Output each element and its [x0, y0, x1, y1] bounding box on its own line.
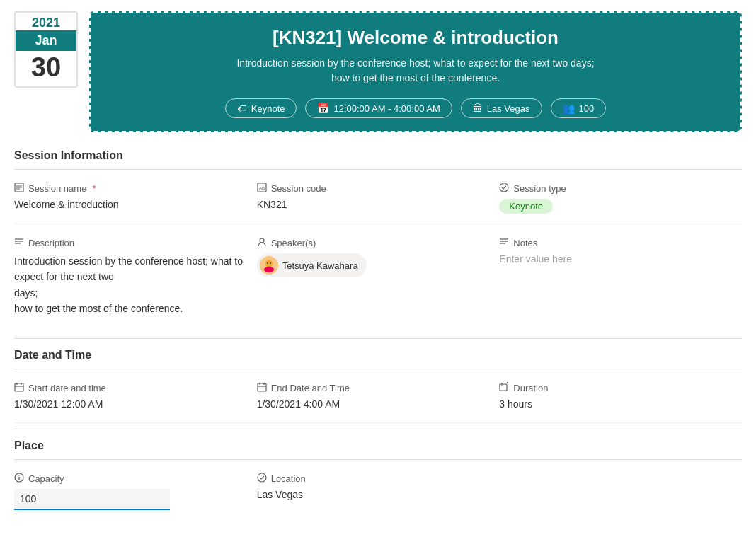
start-date-value: 1/30/2021 12:00 AM	[14, 398, 248, 410]
banner-subtitle-line2: how to get the most of the conference.	[331, 72, 500, 83]
notes-icon	[499, 237, 509, 249]
location-check-icon	[257, 473, 267, 485]
start-date-field: Start date and time 1/30/2021 12:00 AM	[14, 378, 257, 414]
capacity-input[interactable]	[14, 489, 170, 510]
session-type-icon	[499, 183, 509, 195]
capacity-label-row: Capacity	[14, 473, 248, 485]
svg-rect-23	[258, 383, 266, 391]
banner-subtitle: Introduction session by the conference h…	[112, 56, 719, 86]
end-date-label-text: End Date and Time	[271, 383, 350, 393]
capacity-info-icon	[14, 473, 24, 485]
session-type-field: Session type Keynote	[499, 178, 742, 218]
session-code-label-text: Session code	[271, 183, 326, 194]
end-date-icon	[257, 382, 267, 394]
svg-rect-19	[15, 383, 23, 391]
capacity-field: Capacity	[14, 468, 257, 514]
session-type-value: Keynote	[499, 199, 733, 214]
location-icon: 🏛	[473, 103, 483, 114]
speakers-icon	[257, 237, 267, 249]
duration-label-row: Duration	[499, 382, 733, 394]
speakers-field: Speaker(s) Tetsuya Kawahara	[257, 233, 500, 321]
keynote-badge: Keynote	[499, 199, 553, 214]
session-code-value: KN321	[257, 199, 491, 210]
location-field: Location Las Vegas	[257, 468, 500, 514]
svg-point-14	[270, 262, 271, 264]
start-date-label-text: Start date and time	[28, 383, 106, 393]
banner-subtitle-line1: Introduction session by the conference h…	[236, 57, 594, 69]
session-name-label-text: Session name	[28, 183, 86, 194]
svg-point-10	[260, 238, 264, 243]
session-code-icon: AB	[257, 183, 267, 195]
svg-point-6	[500, 183, 508, 192]
start-date-icon	[14, 382, 24, 394]
svg-text:AB: AB	[259, 186, 265, 190]
banner-pill-time: 📅 12:00:00 AM - 4:00:00 AM	[305, 98, 452, 118]
end-date-field: End Date and Time 1/30/2021 4:00 AM	[257, 378, 500, 414]
session-info-fields-row2: Description Introduction session by the …	[14, 224, 742, 333]
date-time-section: Date and Time Start date and time 1/30/2…	[0, 339, 756, 429]
banner-pill-time-label: 12:00:00 AM - 4:00:00 AM	[333, 103, 440, 114]
session-name-field: Session name * Welcome & introduction	[14, 178, 257, 218]
session-code-field: AB Session code KN321	[257, 178, 500, 218]
banner-pill-type: 🏷 Keynote	[225, 98, 297, 118]
session-name-value: Welcome & introduction	[14, 199, 248, 210]
capacity-label-text: Capacity	[28, 473, 64, 484]
description-field: Description Introduction session by the …	[14, 233, 257, 321]
session-info-title: Session Information	[14, 149, 742, 170]
svg-point-13	[267, 262, 268, 264]
session-info-fields: Session name * Welcome & introduction AB…	[14, 170, 742, 224]
svg-point-33	[258, 473, 266, 482]
people-icon: 👥	[563, 103, 575, 114]
notes-label-row: Notes	[499, 237, 733, 249]
banner-pill-location-label: Las Vegas	[487, 103, 530, 114]
location-label-row: Location	[257, 473, 491, 485]
description-label-row: Description	[14, 237, 248, 249]
svg-point-32	[18, 475, 20, 476]
session-name-label-row: Session name *	[14, 183, 248, 195]
svg-point-15	[264, 267, 274, 272]
clock-icon: 📅	[317, 103, 329, 114]
session-type-label-text: Session type	[513, 183, 566, 194]
calendar-badge: 2021 Jan 30	[14, 11, 78, 88]
description-icon	[14, 237, 24, 249]
top-area: 2021 Jan 30 [KN321] Welcome & introducti…	[0, 0, 756, 139]
capacity-input-wrap	[14, 489, 248, 510]
speaker-avatar	[260, 256, 278, 275]
speaker-chip: Tetsuya Kawahara	[257, 253, 367, 277]
session-code-label-row: AB Session code	[257, 183, 491, 195]
speakers-value: Tetsuya Kawahara	[257, 253, 491, 277]
calendar-day: 30	[20, 51, 72, 86]
session-type-label-row: Session type	[499, 183, 733, 195]
date-time-fields: Start date and time 1/30/2021 12:00 AM E…	[14, 369, 742, 423]
notes-label-text: Notes	[513, 238, 537, 248]
start-date-label-row: Start date and time	[14, 382, 248, 394]
duration-label-text: Duration	[513, 383, 548, 393]
notes-placeholder: Enter value here	[499, 253, 733, 265]
place-section: Place Capacity	[0, 429, 756, 531]
banner-pill-type-label: Keynote	[251, 103, 285, 114]
tag-icon: 🏷	[237, 103, 247, 114]
duration-icon	[499, 382, 509, 394]
banner-pill-capacity-label: 100	[579, 103, 595, 114]
description-label-text: Description	[28, 238, 74, 248]
session-info-section: Session Information Session name * Welco…	[0, 139, 756, 338]
location-label-text: Location	[271, 473, 306, 484]
speakers-label-row: Speaker(s)	[257, 237, 491, 249]
description-value: Introduction session by the conference h…	[14, 253, 248, 317]
place-fields: Capacity Location Las Vegas	[14, 460, 742, 526]
location-value: Las Vegas	[257, 489, 491, 500]
duration-value: 3 hours	[499, 398, 733, 410]
end-date-label-row: End Date and Time	[257, 382, 491, 394]
banner-pill-capacity: 👥 100	[551, 98, 607, 118]
speakers-label-text: Speaker(s)	[271, 238, 316, 248]
svg-rect-27	[500, 384, 507, 391]
session-name-required: *	[92, 183, 96, 194]
session-banner: [KN321] Welcome & introduction Introduct…	[89, 11, 742, 132]
date-time-title: Date and Time	[14, 349, 742, 369]
session-name-icon	[14, 183, 24, 195]
place-title: Place	[14, 439, 742, 460]
banner-pills: 🏷 Keynote 📅 12:00:00 AM - 4:00:00 AM 🏛 L…	[112, 98, 719, 118]
speaker-name: Tetsuya Kawahara	[282, 260, 358, 271]
banner-title: [KN321] Welcome & introduction	[112, 27, 719, 49]
calendar-year: 2021	[32, 13, 60, 30]
